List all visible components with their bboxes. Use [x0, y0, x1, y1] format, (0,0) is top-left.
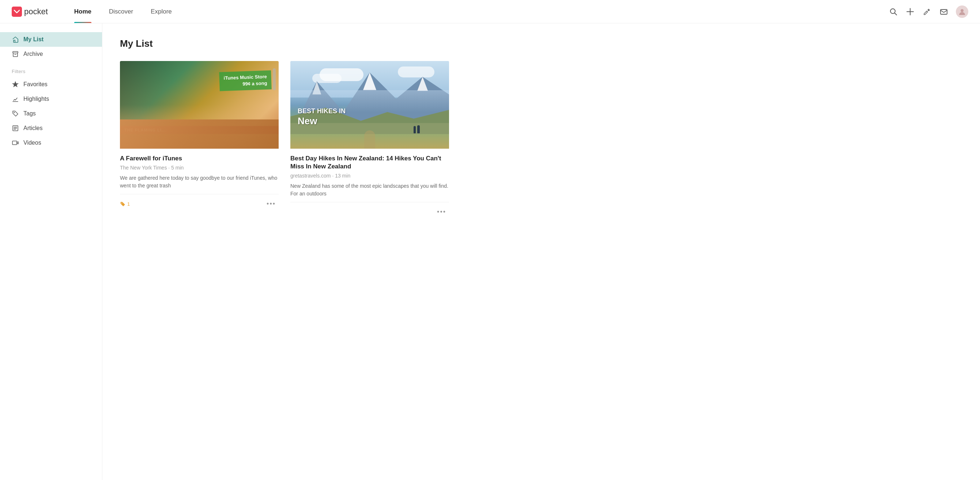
card-itunes-tag: 1: [120, 201, 130, 207]
sidebar-item-videos[interactable]: Videos: [0, 136, 102, 150]
star-icon: [12, 81, 19, 88]
cards-grid: iTunes Music Store99¢ a song THE FLAMING…: [120, 61, 449, 222]
card-itunes-image: iTunes Music Store99¢ a song THE FLAMING…: [120, 61, 278, 149]
card-itunes-excerpt: We are gathered here today to say goodby…: [120, 174, 278, 190]
sidebar-item-favorites[interactable]: Favorites: [0, 77, 102, 92]
svg-point-9: [14, 112, 15, 113]
highlights-icon: [12, 95, 19, 103]
sidebar-item-my-list[interactable]: My List: [0, 32, 102, 47]
home-icon: [12, 36, 19, 43]
main-layout: My List Archive Filters: [0, 24, 980, 480]
svg-point-15: [121, 203, 122, 203]
card-nz-excerpt: New Zealand has some of the most epic la…: [290, 182, 449, 198]
sidebar-item-my-list-label: My List: [24, 36, 43, 43]
sidebar-item-tags[interactable]: Tags: [0, 106, 102, 121]
sidebar-item-tags-label: Tags: [24, 110, 36, 117]
sidebar: My List Archive Filters: [0, 24, 102, 480]
svg-rect-7: [13, 52, 18, 53]
card-itunes[interactable]: iTunes Music Store99¢ a song THE FLAMING…: [120, 61, 278, 222]
articles-icon: [12, 125, 19, 132]
card-itunes-tag-count: 1: [127, 201, 130, 207]
svg-rect-14: [13, 141, 17, 145]
edit-icon[interactable]: [922, 7, 932, 16]
header: pocket Home Discover Explore: [0, 0, 980, 24]
header-actions: [889, 5, 968, 18]
search-icon[interactable]: [889, 7, 898, 16]
card-nz-source: gretastravels.com: [290, 173, 331, 179]
sidebar-item-archive[interactable]: Archive: [0, 47, 102, 61]
card-nz-separator: ·: [332, 173, 335, 179]
card-nz-footer: •••: [290, 202, 449, 219]
nav-home[interactable]: Home: [65, 0, 100, 23]
svg-rect-0: [12, 6, 22, 17]
card-nz-title: Best Day Hikes In New Zealand: 14 Hikes …: [290, 155, 449, 171]
card-nz-more-button[interactable]: •••: [434, 207, 449, 217]
sidebar-item-archive-label: Archive: [24, 51, 43, 57]
logo-text: pocket: [24, 7, 48, 16]
main-nav: Home Discover Explore: [65, 0, 181, 23]
people-silhouettes: [414, 125, 420, 133]
card-nz-meta: gretastravels.com · 13 min: [290, 173, 449, 179]
tag-icon: [12, 110, 19, 117]
user-avatar[interactable]: [956, 5, 968, 18]
pocket-logo-icon: [12, 6, 22, 17]
sidebar-item-highlights[interactable]: Highlights: [0, 92, 102, 106]
mist-effect: [290, 90, 449, 112]
sidebar-item-videos-label: Videos: [24, 139, 41, 146]
nav-explore[interactable]: Explore: [142, 0, 181, 23]
svg-line-2: [895, 13, 897, 15]
archive-icon: [12, 51, 19, 58]
add-icon[interactable]: [905, 7, 915, 16]
page-title: My List: [120, 38, 963, 49]
svg-rect-5: [940, 10, 947, 14]
card-itunes-more-button[interactable]: •••: [264, 199, 278, 209]
card-itunes-separator: ·: [168, 165, 171, 171]
card-itunes-title: A Farewell for iTunes: [120, 155, 278, 163]
svg-point-6: [961, 9, 964, 12]
nav-discover[interactable]: Discover: [100, 0, 142, 23]
card-nz[interactable]: BEST HIKES IN New Best Day Hikes In New …: [290, 61, 449, 222]
sidebar-item-articles[interactable]: Articles: [0, 121, 102, 136]
sidebar-item-highlights-label: Highlights: [24, 96, 49, 102]
tag-icon-small: [120, 201, 126, 207]
path-detail: [364, 130, 375, 149]
logo[interactable]: pocket: [12, 6, 48, 17]
sidebar-item-favorites-label: Favorites: [24, 81, 48, 88]
card-nz-image: BEST HIKES IN New: [290, 61, 449, 149]
card-itunes-source: The New York Times: [120, 165, 167, 171]
sidebar-item-articles-label: Articles: [24, 125, 42, 131]
itunes-sign-text: iTunes Music Store99¢ a song: [219, 71, 272, 91]
card-itunes-meta: The New York Times · 5 min: [120, 165, 278, 171]
card-nz-readtime: 13 min: [335, 173, 350, 179]
card-itunes-body: A Farewell for iTunes The New York Times…: [120, 149, 278, 214]
mail-icon[interactable]: [939, 7, 948, 16]
filters-label: Filters: [0, 61, 102, 77]
main-content: My List iTunes Music Store99¢ a song THE…: [102, 24, 980, 480]
card-itunes-footer: 1 •••: [120, 194, 278, 211]
card-nz-body: Best Day Hikes In New Zealand: 14 Hikes …: [290, 149, 449, 222]
video-icon: [12, 139, 19, 146]
card-itunes-readtime: 5 min: [171, 165, 184, 171]
